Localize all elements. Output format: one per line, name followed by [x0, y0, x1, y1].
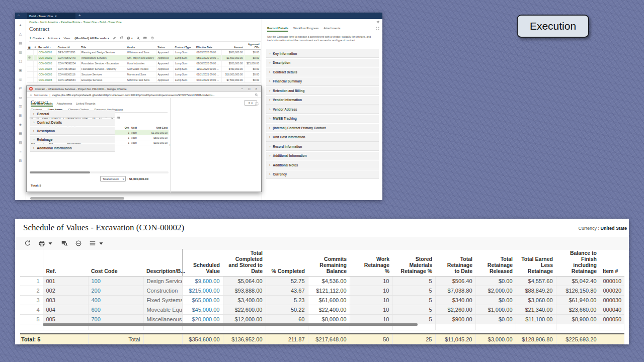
contract-row[interactable]: CON-00005CON-88365116Structure ServicesM… — [27, 72, 261, 77]
sidebar-icon[interactable]: ▧ — [19, 141, 22, 144]
sidebar-icon[interactable]: ▲ — [19, 23, 22, 27]
scheduled-value-link[interactable]: $9,600.00 — [182, 277, 223, 286]
sidebar-icon[interactable]: ◈ — [19, 123, 22, 126]
section-additional-information[interactable]: ›Additional Information — [266, 152, 379, 160]
contract-row[interactable]: CON-00006CON-12599634Envelope ServicesSc… — [27, 77, 261, 83]
expand-icon[interactable] — [255, 102, 259, 106]
section-contract-details[interactable]: ›Contract Details — [30, 119, 115, 126]
contract-row[interactable]: CON-00001DES-33771295Planning and Design… — [27, 50, 261, 55]
record-link[interactable]: CON-00002 — [37, 55, 56, 61]
sidebar-icon[interactable]: ≡ — [19, 150, 21, 153]
sov-row[interactable]: 3003400Fixed Systems / E...$65,000.00$3,… — [20, 296, 624, 305]
record-link[interactable]: CON-00005 — [37, 72, 56, 77]
scheduled-value-link[interactable]: $65,000.00 — [182, 296, 223, 305]
search-icon[interactable] — [255, 93, 258, 97]
section-currency[interactable]: ›Currency — [266, 170, 379, 179]
section-mwbe-tracking[interactable]: ›MWBE Tracking — [266, 115, 379, 123]
maximize-button[interactable]: □ — [247, 87, 252, 90]
section-key-information[interactable]: ›Key Information — [266, 49, 379, 58]
menu-button[interactable] — [89, 240, 105, 247]
section-retainage[interactable]: ›Retainage — [30, 136, 115, 143]
sidebar-icon[interactable]: ◫ — [19, 105, 22, 108]
column-header[interactable]: Record # ▲ — [37, 43, 56, 50]
section-retention-and-billing[interactable]: ›Retention and Billing — [266, 86, 379, 95]
sov-row[interactable]: 4004600Moveable Equip...$45,000.00$22,60… — [20, 305, 624, 315]
contract-row[interactable]: CON-00003CON-74592254Foundation Services… — [27, 61, 261, 66]
cost-code-link[interactable]: 100 — [88, 277, 143, 286]
gear-icon[interactable] — [28, 56, 31, 59]
columns-icon[interactable] — [117, 116, 120, 120]
contract-row[interactable]: CON-00004CON-95726610Foundation Services… — [27, 66, 261, 72]
section--internal-contract-primary-contact[interactable]: ›(Internal) Contract Primary Contact — [266, 124, 379, 132]
select-all-icon[interactable]: ▦ — [27, 43, 33, 50]
gear-icon[interactable] — [376, 20, 380, 24]
sidebar-icon[interactable]: ▭ — [19, 96, 22, 99]
tab-workflow-progress[interactable]: Workflow Progress — [293, 27, 318, 32]
filter-search-icon[interactable] — [61, 240, 68, 247]
total-amount-select[interactable]: Total Amount▾ — [100, 176, 126, 182]
scheduled-value-link[interactable]: $20,000.00 — [182, 315, 223, 324]
sidebar-icon[interactable]: ▤ — [19, 41, 22, 45]
section-vendor-information[interactable]: ›Vendor Information — [266, 96, 379, 105]
print-button[interactable]: ▾ — [127, 36, 133, 40]
sov-horizontal-scrollbar[interactable] — [43, 323, 418, 326]
scheduled-value-link[interactable]: $215,000.00 — [182, 286, 223, 296]
cost-code-link[interactable]: 700 — [88, 315, 143, 324]
section-contract-details[interactable]: ›Contract Details — [266, 68, 379, 76]
record-link[interactable]: CON-00006 — [37, 77, 56, 83]
tab-line-item-details[interactable]: Line Item Details — [31, 102, 53, 107]
sidebar-icon[interactable]: △ — [19, 32, 22, 36]
tab-attachments[interactable]: Attachments — [324, 27, 340, 32]
section-additional-information[interactable]: ›Additional Information — [30, 144, 115, 152]
columns-icon[interactable] — [143, 36, 147, 40]
breadcrumb-item[interactable]: Oracle — [29, 21, 37, 24]
sov-row[interactable]: 1001100Design Services$9,600.00$5,064.00… — [20, 277, 624, 286]
section-financial-summary[interactable]: ›Financial Summary — [266, 77, 379, 86]
contract-row[interactable]: CON-00002CON-99542440Infrastructure Serv… — [27, 55, 261, 61]
record-link[interactable]: CON-00001 — [37, 50, 56, 55]
section-additional-notes[interactable]: ›Additional Notes — [266, 161, 379, 169]
minimize-button[interactable]: − — [239, 87, 245, 90]
sov-row[interactable]: 2002200Construction$215,000.00$93,888.00… — [20, 286, 624, 296]
section-unit-cost-information[interactable]: ›Unit Cost Information — [266, 133, 379, 142]
sidebar-icon[interactable]: ◎ — [19, 77, 22, 81]
section-general[interactable]: ›General — [30, 110, 115, 118]
sov-row[interactable]: 5005700Miscellaneous$20,000.00$12,000.00… — [20, 315, 624, 324]
refresh-icon[interactable] — [24, 240, 31, 247]
scheduled-value-link[interactable]: $45,000.00 — [182, 305, 223, 315]
view-selector[interactable]: View : (Modified) All Records▾ — [63, 36, 109, 40]
cost-code-link[interactable]: 200 — [88, 286, 143, 296]
sidebar-icon[interactable]: ▢ — [19, 59, 22, 63]
print-button[interactable] — [38, 240, 54, 247]
breadcrumb-item[interactable]: North America — [40, 21, 58, 24]
actions-button[interactable]: Actions▾ — [48, 36, 60, 40]
edit-icon[interactable] — [113, 36, 116, 40]
sidebar-icon[interactable]: ▥ — [19, 50, 22, 54]
help-icon[interactable] — [150, 36, 154, 40]
cost-code-link[interactable]: 600 — [88, 305, 143, 315]
breadcrumb-item[interactable]: Tower One — [83, 21, 97, 24]
new-tab-button[interactable]: + — [78, 13, 81, 18]
sidebar-icon[interactable]: ⊟ — [19, 159, 22, 162]
expand-icon[interactable] — [376, 27, 379, 30]
project-tab[interactable]: Build - Tower One ▾ — [27, 13, 75, 19]
home-icon[interactable]: ⌂ — [18, 14, 20, 17]
page-horizontal-scrollbar[interactable] — [30, 197, 124, 200]
breadcrumb-item[interactable]: Paradise Pointe — [61, 21, 80, 24]
tab-record-details[interactable]: Record Details — [267, 27, 288, 32]
collapse-icon[interactable] — [75, 240, 82, 247]
cost-code-link[interactable]: 400 — [88, 296, 143, 305]
section-record-information[interactable]: ›Record Information — [266, 142, 379, 151]
search-icon[interactable] — [136, 36, 140, 40]
refresh-icon[interactable] — [120, 36, 123, 40]
sidebar-icon[interactable]: ⊞ — [19, 114, 22, 117]
create-button[interactable]: +Create▾ — [29, 36, 44, 40]
horizontal-scrollbar[interactable] — [30, 171, 169, 173]
popup-urlbar[interactable]: ⚠ Not secure | cegbu-phx-389.snphxprshar… — [27, 92, 261, 98]
section-description[interactable]: ›Description — [266, 59, 379, 67]
breadcrumb-item[interactable]: Build - Tower One — [100, 21, 122, 24]
tab-attachments[interactable]: Attachments — [57, 102, 72, 107]
sidebar-icon[interactable]: ▦ — [19, 132, 22, 135]
sidebar-icon[interactable]: ⇄ — [19, 86, 22, 90]
record-link[interactable]: CON-00003 — [37, 61, 56, 66]
